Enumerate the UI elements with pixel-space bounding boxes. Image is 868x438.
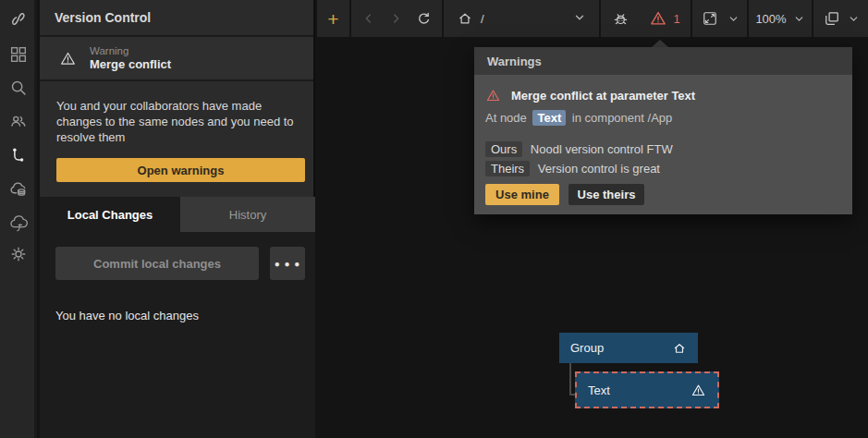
viewport-frames-button[interactable] — [823, 9, 841, 28]
commit-local-changes-button[interactable]: Commit local changes — [55, 247, 259, 280]
warning-triangle-icon — [649, 9, 667, 28]
chevron-left-icon — [361, 11, 376, 26]
cloud-functions-icon[interactable] — [0, 209, 37, 238]
tab-history[interactable]: History — [180, 197, 315, 232]
node-connection-line — [569, 363, 571, 395]
refresh-button[interactable] — [415, 10, 433, 28]
home-icon — [457, 10, 473, 27]
add-node-button[interactable]: + — [317, 0, 349, 37]
local-changes-content: Commit local changes ● ● ● You have no l… — [40, 232, 315, 438]
group-node-label: Group — [570, 341, 604, 355]
chevron-right-icon — [388, 11, 403, 26]
open-warnings-button[interactable]: Open warnings — [56, 158, 305, 182]
open-preview-button[interactable] — [701, 9, 719, 28]
components-grid-icon[interactable] — [0, 40, 37, 69]
chevron-down-icon — [793, 13, 805, 25]
warning-triangle-icon — [485, 88, 501, 103]
app-window: Version Control Warning Merge conflict Y… — [0, 0, 868, 438]
collaborators-icon[interactable] — [0, 106, 37, 136]
theirs-row: Theirs Version control is great — [485, 162, 839, 176]
chevron-down-icon — [573, 11, 586, 24]
expand-preview-icon — [701, 9, 719, 28]
node-name-chip[interactable]: Text — [532, 110, 566, 126]
component-name: /App — [648, 111, 673, 125]
nav-segment — [351, 0, 442, 37]
warning-title: Merge conflict — [90, 57, 171, 71]
text-node[interactable]: Text — [575, 371, 719, 408]
warnings-toolbar-button[interactable]: 1 — [649, 9, 679, 28]
stacked-frames-icon — [823, 9, 841, 28]
at-node-prefix: At node — [485, 111, 527, 125]
conflict-location: At node Text in component /App — [485, 111, 839, 125]
home-icon — [672, 341, 687, 356]
debug-bug-button[interactable] — [611, 9, 630, 29]
route-dropdown[interactable] — [573, 11, 586, 27]
warning-triangle-icon — [59, 50, 77, 67]
ours-chip: Ours — [485, 141, 522, 157]
warning-triangle-icon — [691, 383, 706, 398]
cloud-data-icon[interactable] — [0, 175, 37, 204]
preview-dropdown[interactable] — [727, 13, 740, 25]
use-theirs-button[interactable]: Use theirs — [568, 184, 644, 205]
forward-button[interactable] — [388, 11, 403, 26]
commit-row: Commit local changes ● ● ● — [55, 247, 315, 280]
zoom-dropdown[interactable] — [793, 13, 805, 25]
ours-row: Ours Noodl version control FTW — [485, 142, 839, 156]
version-control-branch-icon[interactable] — [0, 140, 37, 170]
noodl-logo-icon[interactable] — [0, 5, 37, 34]
theirs-value: Version control is great — [538, 162, 660, 176]
zoom-level-label[interactable]: 100% — [755, 12, 786, 26]
route-selector[interactable]: / — [444, 0, 599, 37]
resolve-buttons: Use mine Use theirs — [485, 184, 839, 205]
bug-icon — [611, 9, 630, 29]
debug-segment: 1 — [601, 0, 691, 37]
warnings-popup: Warnings Merge conflict at parameter Tex… — [474, 47, 852, 214]
search-icon[interactable] — [0, 73, 37, 103]
group-node[interactable]: Group — [559, 333, 698, 363]
warning-label: Warning — [90, 45, 171, 56]
frames-dropdown[interactable] — [848, 13, 860, 25]
plus-icon: + — [327, 9, 338, 29]
warning-banner-text: Warning Merge conflict — [90, 45, 171, 71]
route-path-label: / — [481, 12, 484, 26]
refresh-icon — [415, 10, 433, 28]
popup-body: Merge conflict at parameter Text At node… — [474, 75, 852, 214]
warning-count-badge: 1 — [673, 12, 679, 26]
theirs-chip: Theirs — [485, 161, 530, 176]
frames-segment — [813, 0, 868, 37]
chevron-down-icon — [848, 13, 860, 25]
icon-rail — [0, 0, 37, 438]
conflict-title: Merge conflict at parameter Text — [511, 89, 695, 103]
zoom-segment: 100% — [749, 0, 812, 37]
no-local-changes-message: You have no local changes — [55, 309, 315, 322]
use-mine-button[interactable]: Use mine — [485, 184, 559, 205]
tab-local-changes[interactable]: Local Changes — [40, 197, 180, 232]
back-button[interactable] — [361, 11, 376, 26]
version-control-panel: Version Control Warning Merge conflict Y… — [40, 0, 315, 438]
popup-title: Warnings — [474, 47, 852, 75]
chevron-down-icon — [727, 13, 740, 25]
more-options-button[interactable]: ● ● ● — [270, 247, 305, 280]
panel-title: Version Control — [40, 0, 313, 37]
merge-conflict-banner[interactable]: Warning Merge conflict — [40, 37, 313, 81]
preview-segment — [692, 0, 747, 37]
conflict-row: Merge conflict at parameter Text — [485, 88, 839, 103]
ours-value: Noodl version control FTW — [531, 142, 673, 156]
text-node-label: Text — [588, 383, 610, 397]
panel-tabs: Local Changes History — [40, 197, 315, 232]
settings-gear-icon[interactable] — [0, 239, 37, 269]
popup-arrow — [652, 40, 668, 47]
canvas-toolbar: + / — [317, 0, 868, 37]
at-node-middle: in component — [572, 111, 644, 125]
conflict-description: You and your collaborators have made cha… — [40, 81, 315, 145]
